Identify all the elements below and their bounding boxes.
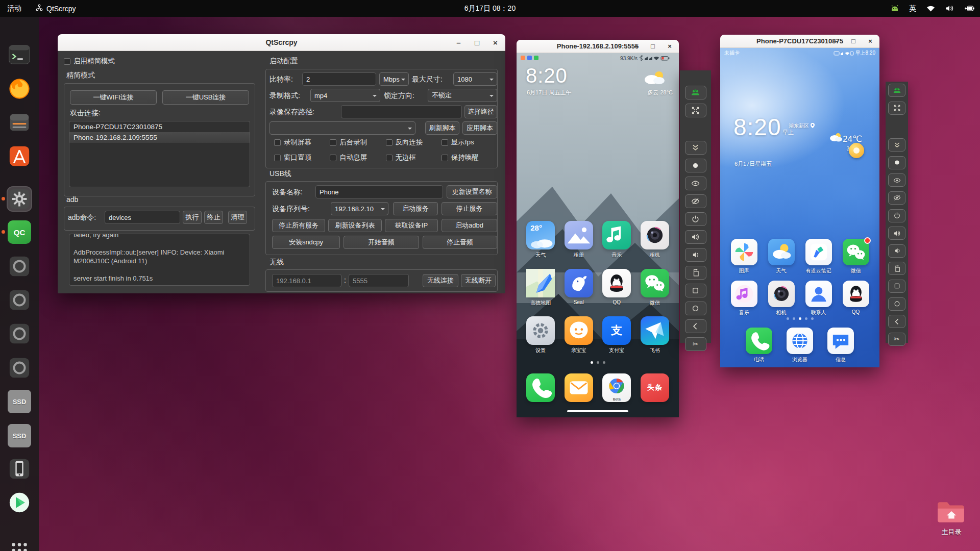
dock-item-settings[interactable] <box>8 187 31 211</box>
app-联系人[interactable]: 联系人 <box>802 281 835 316</box>
screen-on-button[interactable] <box>685 177 706 190</box>
power-button[interactable] <box>888 209 905 222</box>
adb-exec-button[interactable]: 执行 <box>183 211 202 224</box>
maximize-button[interactable]: □ <box>472 38 482 47</box>
notification-pull-button[interactable] <box>888 138 905 152</box>
app-音乐[interactable]: 音乐 <box>728 281 761 316</box>
app-音乐[interactable]: 音乐 <box>600 221 633 259</box>
checkbox-显示fps[interactable]: 显示fps <box>442 138 497 147</box>
volume-down-button[interactable] <box>685 248 706 262</box>
serial-combo[interactable]: 192.168.2.10 <box>331 202 388 215</box>
activities-button[interactable]: 活动 <box>0 0 29 17</box>
dock-item-ubuntu-software[interactable] <box>8 144 31 168</box>
volume-up-button[interactable] <box>685 230 706 244</box>
dock-item-show-applications[interactable] <box>8 539 31 551</box>
checkbox-录制屏幕[interactable]: 录制屏幕 <box>274 138 330 147</box>
app-相册[interactable]: 相册 <box>562 221 595 259</box>
dock-item-firefox[interactable] <box>8 77 31 101</box>
app-有道云笔记[interactable]: 有道云笔记 <box>802 239 835 274</box>
input-method-indicator[interactable]: 英 <box>908 0 917 17</box>
wireless-port-input[interactable]: 5555 <box>349 274 409 287</box>
record-path-input[interactable] <box>341 105 462 118</box>
device-list-item[interactable]: Phone-192.168.2.109:5555 <box>69 132 250 143</box>
app-亲宝宝[interactable]: 亲宝宝 <box>562 316 595 354</box>
maximize-button[interactable]: □ <box>849 37 857 45</box>
dock-item-terminal[interactable] <box>8 43 31 66</box>
lock-orientation-combo[interactable]: 不锁定 <box>428 89 497 102</box>
dock-item-phone-window-4[interactable] <box>8 356 31 380</box>
app-toutiao[interactable]: 头条 <box>639 373 671 402</box>
wireless-connect-button[interactable]: 无线连接 <box>423 274 458 287</box>
update-name-button[interactable]: 更新设置名称 <box>447 185 497 198</box>
stop-audio-button[interactable]: 停止音频 <box>423 236 497 249</box>
start-adbd-button[interactable]: 启动adbd <box>442 219 497 232</box>
home-button[interactable] <box>888 297 905 311</box>
adb-cmd-input[interactable]: devices <box>105 211 180 224</box>
checkbox-后台录制[interactable]: 后台录制 <box>330 138 385 147</box>
app-QQ[interactable]: QQ <box>840 281 872 316</box>
battery-icon[interactable] <box>963 0 976 17</box>
home-indicator[interactable] <box>567 410 628 412</box>
start-audio-button[interactable]: 开始音频 <box>344 236 419 249</box>
rotate-screen-button[interactable] <box>685 266 706 280</box>
stop-service-button[interactable]: 停止服务 <box>442 202 497 215</box>
stop-all-services-button[interactable]: 停止所有服务 <box>272 219 325 232</box>
screenshot-button[interactable] <box>685 159 706 172</box>
adb-stop-button[interactable]: 终止 <box>204 211 223 224</box>
device-list[interactable]: Phone-P7CDU17C23010875Phone-192.168.2.10… <box>69 121 250 187</box>
app-phone-app[interactable] <box>524 373 557 402</box>
dock-item-ssd-volume-2[interactable]: SSD <box>8 424 31 447</box>
checkbox-自动息屏[interactable]: 自动息屏 <box>330 153 385 162</box>
checkbox-保持唤醒[interactable]: 保持唤醒 <box>442 153 497 162</box>
refresh-script-button[interactable]: 刷新脚本 <box>425 121 459 135</box>
volume-up-button[interactable] <box>888 227 905 240</box>
get-device-ip-button[interactable]: 获取设备IP <box>385 219 438 232</box>
dock-item-mobile-device[interactable] <box>8 457 31 481</box>
close-button[interactable]: × <box>491 38 500 47</box>
app-支付宝[interactable]: 支支付宝 <box>600 316 633 354</box>
app-电话[interactable]: 电话 <box>743 328 775 363</box>
screen-off-button[interactable] <box>685 194 706 208</box>
rotate-screen-button[interactable] <box>888 262 905 275</box>
bitrate-input[interactable]: 2 <box>302 72 376 86</box>
apply-script-button[interactable]: 应用脚本 <box>462 121 497 135</box>
wireless-ip-input[interactable]: 192.168.0.1 <box>272 274 341 287</box>
scrcpy-group-button[interactable] <box>685 86 706 99</box>
app-相机[interactable]: 相机 <box>765 281 798 316</box>
app-QQ[interactable]: QQ <box>600 269 633 307</box>
screenshot-crop-button[interactable]: ✂ <box>888 333 905 346</box>
close-button[interactable]: × <box>866 37 874 45</box>
home-folder-shortcut[interactable]: 主目录 <box>936 500 967 537</box>
dock-item-files[interactable] <box>8 111 31 134</box>
screenshot-button[interactable] <box>888 156 905 169</box>
screenshot-crop-button[interactable]: ✂ <box>685 337 706 351</box>
device-name-input[interactable]: Phone <box>315 185 443 198</box>
minimize-button[interactable]: – <box>832 37 841 45</box>
fullscreen-button[interactable] <box>888 102 905 115</box>
checkbox-窗口置顶[interactable]: 窗口置顶 <box>274 153 330 162</box>
notification-pull-button[interactable] <box>685 141 706 155</box>
dock-item-app-store[interactable] <box>8 491 31 514</box>
bitrate-unit-combo[interactable]: Mbps <box>379 72 409 86</box>
app-相机[interactable]: 相机 <box>639 221 671 259</box>
checkbox-无边框[interactable]: 无边框 <box>386 153 442 162</box>
dock-item-phone-window-3[interactable] <box>8 322 31 345</box>
phone1-screen[interactable]: 93.9K/s 8:20 6月17日 周五上午 多云 28°C 28°天气相册音… <box>517 53 679 417</box>
simple-mode-checkbox[interactable]: 启用精简模式 <box>64 57 115 66</box>
device-list-item[interactable]: Phone-P7CDU17C23010875 <box>69 121 250 132</box>
phone2-screen[interactable]: 未插卡 早上8:20 湖东新区 8:20 早上 24℃ 31 / 2 <box>720 48 879 367</box>
adb-clear-button[interactable]: 清理 <box>228 211 247 224</box>
qtscrcpy-titlebar[interactable]: QtScrcpy – □ × <box>58 34 505 51</box>
app-飞书[interactable]: 飞书 <box>639 316 671 354</box>
checkbox-反向连接[interactable]: 反向连接 <box>386 138 442 147</box>
app-微信[interactable]: 微信 <box>840 239 872 274</box>
app-Seal[interactable]: Seal <box>562 269 595 307</box>
record-format-combo[interactable]: mp4 <box>310 89 380 102</box>
fullscreen-button[interactable] <box>685 104 706 117</box>
close-button[interactable]: × <box>666 42 674 51</box>
start-service-button[interactable]: 启动服务 <box>393 202 438 215</box>
select-path-button[interactable]: 选择路径 <box>464 105 497 118</box>
power-button[interactable] <box>685 212 706 226</box>
app-messages-envelope[interactable] <box>562 373 595 402</box>
clock[interactable]: 6月17日 08：20 <box>457 0 523 17</box>
